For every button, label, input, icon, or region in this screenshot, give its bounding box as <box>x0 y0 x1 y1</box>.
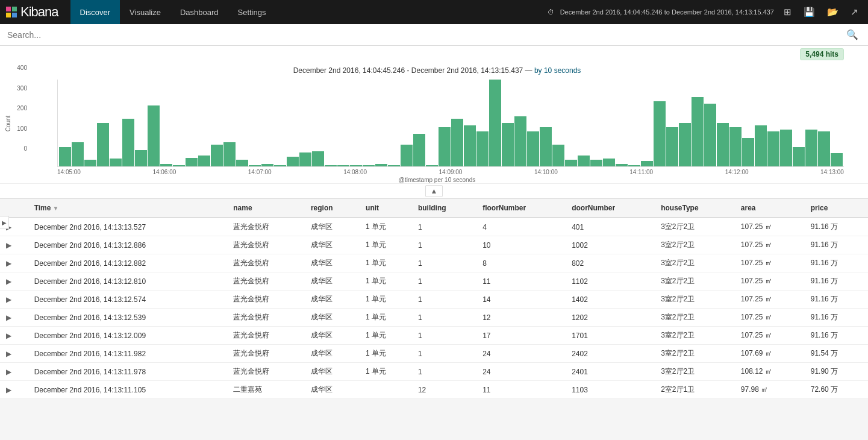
x-axis-tick: 14:10:00 <box>534 169 558 175</box>
chart-bar[interactable] <box>805 130 817 166</box>
chart-bar[interactable] <box>211 145 223 166</box>
chart-bar[interactable] <box>337 165 349 166</box>
chart-bar[interactable] <box>401 145 413 166</box>
chart-bar[interactable] <box>654 101 666 166</box>
chart-bar[interactable] <box>527 131 539 166</box>
row-expand-btn[interactable]: ▶ <box>0 363 28 381</box>
chart-bar[interactable] <box>439 127 451 166</box>
chart-bar[interactable] <box>84 160 96 166</box>
chart-bar[interactable] <box>274 165 286 166</box>
interval-link[interactable]: by 10 seconds <box>534 66 581 75</box>
cell-floorNumber: 8 <box>476 254 566 272</box>
nav-link-settings[interactable]: Settings <box>228 0 276 24</box>
chart-bar[interactable] <box>72 142 84 166</box>
row-expand-btn[interactable]: ▶ <box>0 381 28 399</box>
expand-col-header <box>0 199 28 218</box>
sidebar-toggle[interactable]: ▶ <box>0 216 9 229</box>
chart-bar[interactable] <box>514 116 526 166</box>
cell-time: December 2nd 2016, 14:13:11.982 <box>28 345 228 363</box>
save-icon[interactable]: 💾 <box>800 5 819 19</box>
chart-bar[interactable] <box>375 164 387 166</box>
chart-bar[interactable] <box>110 159 122 166</box>
new-icon[interactable]: ⊞ <box>780 5 795 19</box>
chart-bar[interactable] <box>287 157 299 166</box>
row-expand-btn[interactable]: ▶ <box>0 309 28 327</box>
chart-bar[interactable] <box>666 127 678 166</box>
cell-building: 1 <box>412 309 476 327</box>
chart-bar[interactable] <box>793 147 805 166</box>
chart-bar[interactable] <box>679 123 691 166</box>
search-input[interactable] <box>7 30 844 40</box>
share-icon[interactable]: ↗ <box>847 5 862 19</box>
chart-bar[interactable] <box>603 159 615 166</box>
chart-bar[interactable] <box>173 165 185 166</box>
chart-bar[interactable] <box>236 160 248 166</box>
chart-bar[interactable] <box>148 105 160 166</box>
chart-bar[interactable] <box>198 156 210 166</box>
search-button[interactable]: 🔍 <box>844 29 861 40</box>
open-icon[interactable]: 📂 <box>823 5 842 19</box>
chart-bar[interactable] <box>755 125 767 166</box>
cell-time: December 2nd 2016, 14:13:11.978 <box>28 363 228 381</box>
col-header-area: area <box>735 199 805 218</box>
chart-bar[interactable] <box>780 130 792 166</box>
chart-bar[interactable] <box>350 165 362 166</box>
chart-bar[interactable] <box>692 97 704 166</box>
chart-bar[interactable] <box>249 165 261 166</box>
chart-bar[interactable] <box>742 138 754 166</box>
cell-name: 蓝光金悦府 <box>227 291 305 309</box>
cell-floorNumber: 11 <box>476 381 566 399</box>
x-axis-labels: 14:05:0014:06:0014:07:0014:08:0014:09:00… <box>30 167 844 175</box>
chart-bar[interactable] <box>831 153 843 166</box>
chart-bar[interactable] <box>312 151 324 166</box>
chart-collapse-button[interactable]: ▲ <box>425 185 443 197</box>
chart-bar[interactable] <box>616 164 628 166</box>
chart-bar[interactable] <box>299 152 311 166</box>
chart-bar[interactable] <box>590 160 602 166</box>
chart-bar[interactable] <box>451 119 463 166</box>
chart-bar[interactable] <box>489 80 501 166</box>
chart-bar[interactable] <box>552 145 564 166</box>
row-expand-btn[interactable]: ▶ <box>0 272 28 291</box>
chart-bar[interactable] <box>704 104 716 166</box>
chart-bar[interactable] <box>565 160 577 166</box>
chart-bar[interactable] <box>97 123 109 166</box>
chart-bar[interactable] <box>578 156 590 166</box>
chart-bar[interactable] <box>261 164 273 166</box>
chart-bar[interactable] <box>325 165 337 166</box>
row-expand-btn[interactable]: ▶ <box>0 327 28 345</box>
row-expand-btn[interactable]: ▶ <box>0 236 28 254</box>
row-expand-btn[interactable]: ▶ <box>0 345 28 363</box>
chart-bar[interactable] <box>122 119 134 166</box>
cell-doorNumber: 2401 <box>566 363 655 381</box>
chart-bar[interactable] <box>388 165 400 166</box>
chart-bar[interactable] <box>641 161 653 166</box>
chart-bar[interactable] <box>502 123 514 166</box>
nav-link-visualize[interactable]: Visualize <box>120 0 170 24</box>
chart-bar[interactable] <box>818 131 830 166</box>
cell-area: 107.25 ㎡ <box>735 236 805 254</box>
chart-bar[interactable] <box>729 127 742 166</box>
row-expand-btn[interactable]: ▶ <box>0 254 28 272</box>
chart-bar[interactable] <box>717 123 729 166</box>
row-expand-btn[interactable]: ▶ <box>0 291 28 309</box>
chart-bar[interactable] <box>540 127 552 166</box>
chart-bar[interactable] <box>767 131 779 166</box>
col-header-time[interactable]: Time▼ <box>28 199 228 218</box>
chart-bar[interactable] <box>186 158 198 166</box>
chart-bar[interactable] <box>59 147 71 166</box>
chart-bar[interactable] <box>476 131 489 166</box>
chart-bar[interactable] <box>464 125 476 166</box>
nav-link-dashboard[interactable]: Dashboard <box>170 0 228 24</box>
chart-bar[interactable] <box>413 134 425 166</box>
nav-link-discover[interactable]: Discover <box>70 0 120 24</box>
chart-bar[interactable] <box>223 142 236 166</box>
chart-bar[interactable] <box>426 165 438 166</box>
chart-bar[interactable] <box>135 150 147 166</box>
cell-price: 91.16 万 <box>805 291 868 309</box>
chart-bar[interactable] <box>363 165 375 166</box>
chart-bar[interactable] <box>160 164 172 166</box>
chart-bar[interactable] <box>628 165 640 166</box>
cell-floorNumber: 11 <box>476 272 566 291</box>
cell-time: December 2nd 2016, 14:13:12.009 <box>28 327 228 345</box>
